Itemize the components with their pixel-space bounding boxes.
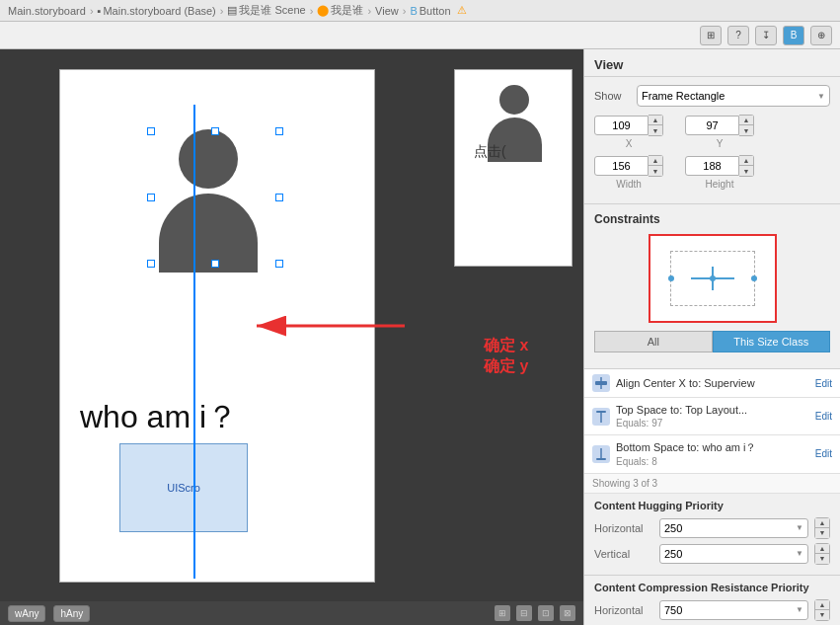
hugging-horizontal-row: Horizontal 250 ▼ ▲ ▼ xyxy=(594,517,830,539)
hugging-h-stepper: ▲ ▼ xyxy=(814,517,830,539)
bottom-icon-2[interactable]: ⊟ xyxy=(516,605,532,621)
hugging-v-label: Vertical xyxy=(594,548,653,560)
breadcrumb-item-5[interactable]: View xyxy=(375,5,399,17)
handle-bl xyxy=(147,260,155,268)
y-stepper-down[interactable]: ▼ xyxy=(739,125,753,135)
bottom-icon-1[interactable]: ⊞ xyxy=(495,605,510,621)
constraint-items-list: Align Center X to: Superview Edit Top Sp… xyxy=(584,369,840,474)
hugging-v-dropdown[interactable]: 250 ▼ xyxy=(659,544,808,564)
handle-tr xyxy=(275,127,283,135)
breadcrumb-icon-2: ▪ xyxy=(98,5,102,17)
compression-h-down[interactable]: ▼ xyxy=(815,610,829,620)
height-stepper-down[interactable]: ▼ xyxy=(739,166,753,176)
constraints-section: Constraints All This Size Class xyxy=(584,204,840,369)
compression-h-stepper: ▲ ▼ xyxy=(814,599,830,621)
handle-bc xyxy=(211,260,219,268)
hugging-h-dropdown[interactable]: 250 ▼ xyxy=(659,518,808,538)
bottom-icon-4[interactable]: ⊠ xyxy=(560,605,575,621)
x-label: X xyxy=(626,138,633,149)
constraint-left-dot xyxy=(668,275,674,281)
breadcrumb-item-4[interactable]: 我是谁 xyxy=(331,3,363,18)
person-head-1 xyxy=(179,129,238,189)
canvas-area[interactable]: 我是谁 Scene who am i？ xyxy=(0,49,583,625)
constraints-visual xyxy=(649,234,777,323)
height-stepper: ▲ ▼ xyxy=(739,155,754,177)
compression-h-up[interactable]: ▲ xyxy=(815,600,829,610)
width-input[interactable] xyxy=(594,156,649,176)
constraint-right-dot xyxy=(751,275,757,281)
hugging-h-value: 250 xyxy=(664,522,682,534)
show-row: Show Frame Rectangle ▼ xyxy=(594,85,830,107)
constraint-item-3: Bottom Space to: who am i？ Equals: 8 Edi… xyxy=(584,435,840,473)
constraints-title: Constraints xyxy=(594,212,830,226)
height-input[interactable] xyxy=(685,156,739,176)
height-stepper-up[interactable]: ▲ xyxy=(739,156,753,166)
y-input[interactable] xyxy=(685,116,739,135)
constraint-edit-3[interactable]: Edit xyxy=(815,448,832,459)
x-field: ▲ ▼ X xyxy=(594,115,663,149)
breadcrumb-item-3[interactable]: 我是谁 Scene xyxy=(239,3,305,18)
y-label: Y xyxy=(717,138,724,149)
align-center-icon xyxy=(592,374,610,392)
toolbar-btn-5[interactable]: ⊕ xyxy=(810,26,832,45)
hugging-h-up[interactable]: ▲ xyxy=(815,518,829,528)
person-body-1 xyxy=(159,194,258,273)
x-input-group: ▲ ▼ xyxy=(594,115,663,136)
x-stepper-down[interactable]: ▼ xyxy=(649,125,662,135)
height-label: Height xyxy=(706,179,734,190)
bottom-icon-3[interactable]: ⊡ xyxy=(538,605,554,621)
handle-ml xyxy=(147,194,155,201)
width-stepper: ▲ ▼ xyxy=(649,155,663,177)
compression-section: Content Compression Resistance Priority … xyxy=(584,576,840,625)
width-stepper-down[interactable]: ▼ xyxy=(649,166,662,176)
width-stepper-up[interactable]: ▲ xyxy=(649,156,662,166)
person-head-2 xyxy=(499,85,529,115)
handle-tl xyxy=(147,127,155,135)
y-stepper-up[interactable]: ▲ xyxy=(739,116,753,125)
show-label: Show xyxy=(594,90,629,102)
y-field: ▲ ▼ Y xyxy=(685,115,754,149)
x-stepper-up[interactable]: ▲ xyxy=(649,116,662,125)
uiscroll-view: UIScro xyxy=(119,443,248,532)
top-space-icon xyxy=(592,408,610,426)
width-label: Width xyxy=(616,179,642,190)
compression-h-dropdown[interactable]: 750 ▼ xyxy=(659,600,808,620)
main-layout: 我是谁 Scene who am i？ xyxy=(0,49,840,625)
constraint-edit-1[interactable]: Edit xyxy=(815,378,832,389)
hugging-h-down[interactable]: ▼ xyxy=(815,528,829,538)
constraint-text-2: Top Space to: Top Layout... Equals: 97 xyxy=(616,403,809,430)
hugging-v-down[interactable]: ▼ xyxy=(815,554,829,564)
size-class-w-btn[interactable]: wAny xyxy=(8,605,45,622)
selection-line xyxy=(193,105,195,579)
compression-title: Content Compression Resistance Priority xyxy=(594,582,830,593)
y-input-group: ▲ ▼ xyxy=(685,115,754,136)
annotation-text: 确定 x 确定 y xyxy=(484,336,528,377)
toolbar-btn-2[interactable]: ? xyxy=(727,26,749,45)
tab-size-class[interactable]: This Size Class xyxy=(713,331,831,352)
hugging-v-up[interactable]: ▲ xyxy=(815,544,829,554)
show-dropdown[interactable]: Frame Rectangle ▼ xyxy=(637,85,830,107)
constraint-item-1: Align Center X to: Superview Edit xyxy=(584,369,840,398)
toolbar-btn-1[interactable]: ⊞ xyxy=(700,26,722,45)
toolbar: ⊞ ? ↧ B ⊕ xyxy=(0,22,840,49)
breadcrumb-item-6[interactable]: Button xyxy=(420,5,451,17)
tab-all[interactable]: All xyxy=(594,331,713,352)
person-icon-1 xyxy=(149,129,267,258)
constraint-edit-2[interactable]: Edit xyxy=(815,411,832,422)
compression-h-arrow: ▼ xyxy=(796,605,803,614)
constraint-text-1: Align Center X to: Superview xyxy=(616,376,809,390)
toolbar-btn-3[interactable]: ↧ xyxy=(755,26,777,45)
device-frame-1: who am i？ UIScro xyxy=(59,69,375,583)
bottom-bar: wAny hAny ⊞ ⊟ ⊡ ⊠ xyxy=(0,601,583,625)
toolbar-btn-4[interactable]: B xyxy=(783,26,804,45)
breadcrumb-item-2[interactable]: Main.storyboard (Base) xyxy=(103,5,215,17)
storyboard-canvas: 我是谁 Scene who am i？ xyxy=(0,49,583,601)
constraint-inner-box xyxy=(670,251,755,306)
showing-text: Showing 3 of 3 xyxy=(584,474,840,494)
breadcrumb-item-1[interactable]: Main.storyboard xyxy=(8,5,86,17)
xy-row: ▲ ▼ X ▲ ▼ Y xyxy=(594,115,830,149)
x-input[interactable] xyxy=(594,116,649,135)
panel-show-section: Show Frame Rectangle ▼ ▲ ▼ X xyxy=(584,77,840,204)
show-value: Frame Rectangle xyxy=(642,90,725,102)
size-class-h-btn[interactable]: hAny xyxy=(53,605,90,622)
